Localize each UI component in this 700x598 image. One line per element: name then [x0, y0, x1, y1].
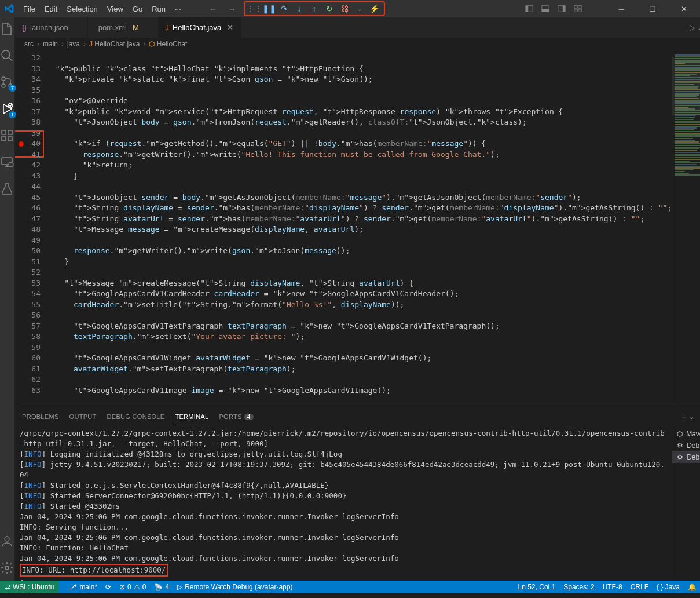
close-tab-icon[interactable]: ✕	[227, 23, 233, 32]
accounts-icon[interactable]	[0, 534, 14, 548]
debug-chevron-icon[interactable]: ⌄	[355, 4, 364, 13]
window-minimize-icon[interactable]: ─	[610, 5, 633, 13]
tab-label: HelloChat.java	[173, 23, 222, 32]
remote-explorer-icon[interactable]	[0, 155, 14, 169]
menu-file[interactable]: File	[19, 5, 40, 13]
file-type-icon: J	[166, 24, 169, 32]
breadcrumb[interactable]: src›main›java›J HelloChat.java›⬡ HelloCh…	[15, 38, 700, 50]
vscode-icon	[5, 4, 14, 13]
extensions-icon[interactable]	[0, 129, 14, 143]
run-debug-icon[interactable]: 1	[0, 102, 14, 116]
notifications-icon[interactable]: 🔔	[688, 583, 697, 591]
explorer-icon[interactable]	[0, 22, 14, 36]
indentation[interactable]: Spaces: 2	[563, 583, 594, 591]
line-gutter[interactable]: 3233343536373839404142434445464748495051…	[15, 50, 46, 407]
nav-forward-icon[interactable]: →	[225, 5, 239, 13]
tab-label: pom.xml	[98, 23, 127, 32]
eol[interactable]: CRLF	[631, 583, 648, 591]
svg-rect-1	[526, 6, 528, 12]
drag-handle-icon[interactable]: ⋮⋮	[250, 4, 259, 13]
svg-point-20	[9, 162, 13, 167]
tab-ports[interactable]: PORTS4	[219, 410, 253, 424]
step-out-icon[interactable]: ↑	[310, 4, 319, 13]
git-sync-icon[interactable]: ⟳	[105, 583, 111, 591]
code-editor[interactable]: "k">public "k">class "t">HelloChat "k">i…	[46, 50, 672, 407]
terminal-name: Debug: Hell…	[687, 442, 700, 450]
svg-rect-7	[578, 6, 581, 8]
step-in-icon[interactable]: ↓	[295, 4, 304, 13]
svg-rect-18	[8, 130, 12, 134]
svg-point-13	[2, 84, 5, 87]
svg-rect-15	[2, 130, 6, 134]
problems-errors[interactable]: ⊘ 0 ⚠ 0	[119, 583, 146, 591]
layout-right-icon[interactable]	[558, 5, 566, 13]
menu-view[interactable]: View	[102, 5, 128, 13]
search-icon[interactable]	[0, 49, 14, 63]
breadcrumb-item[interactable]: main	[43, 40, 58, 48]
svg-point-11	[2, 77, 5, 81]
svg-point-10	[2, 50, 10, 59]
svg-rect-16	[2, 137, 6, 141]
modified-indicator: M	[133, 23, 139, 32]
terminal-type-icon: ⚙	[677, 442, 683, 450]
svg-rect-5	[563, 6, 565, 12]
menu-more[interactable]: ···	[170, 5, 186, 13]
breadcrumb-item[interactable]: J HelloChat.java	[89, 40, 140, 48]
activity-bar: 7 1	[0, 17, 14, 581]
nav-back-icon[interactable]: ←	[206, 5, 220, 13]
layout-left-icon[interactable]	[525, 5, 533, 13]
cursor-position[interactable]: Ln 52, Col 1	[518, 583, 556, 591]
testing-icon[interactable]	[0, 182, 14, 196]
terminal-list-item[interactable]: ⚙Debug: Hell…	[672, 440, 700, 451]
layout-customize-icon[interactable]	[574, 5, 582, 13]
remote-indicator[interactable]: ⇄ WSL: Ubuntu	[0, 581, 58, 593]
step-over-icon[interactable]: ↷	[280, 4, 289, 13]
disconnect-icon[interactable]: ⛓	[340, 4, 349, 13]
language-mode[interactable]: { } Java	[657, 583, 680, 591]
terminal-list-item[interactable]: ⚙Debug: Invo…	[672, 451, 700, 463]
breadcrumb-item[interactable]: src	[24, 40, 34, 48]
status-bar: ⇄ WSL: Ubuntu ⎇ main* ⟳ ⊘ 0 ⚠ 0 📡 4 ▷ Re…	[0, 581, 700, 593]
debug-status[interactable]: ▷ Remote Watch Debug (avatar-app)	[177, 583, 292, 591]
debug-toolbar: ⋮⋮ ❚❚ ↷ ↓ ↑ ↻ ⛓ ⌄ ⚡	[244, 1, 385, 16]
tab-debug-console[interactable]: DEBUG CONSOLE	[107, 410, 165, 424]
window-close-icon[interactable]: ✕	[672, 5, 695, 13]
terminal-list-item[interactable]: ⬡Maven-avat…	[672, 428, 700, 440]
menu-go[interactable]: Go	[128, 5, 147, 13]
breadcrumb-item[interactable]: ⬡ HelloChat	[149, 40, 187, 48]
editor-tab[interactable]: JHelloChat.java✕	[159, 17, 241, 38]
svg-rect-3	[542, 9, 549, 12]
window-maximize-icon[interactable]: ☐	[641, 5, 664, 13]
encoding[interactable]: UTF-8	[603, 583, 622, 591]
menu-run[interactable]: Run	[147, 5, 170, 13]
layout-bottom-icon[interactable]	[541, 5, 549, 13]
tab-terminal[interactable]: TERMINAL	[175, 410, 208, 424]
editor-tab[interactable]: pom.xmlM✕	[88, 17, 159, 38]
new-terminal-icon[interactable]: ＋ ⌄	[681, 413, 694, 421]
ports-forward[interactable]: 📡 4	[154, 583, 169, 591]
tab-problems[interactable]: PROBLEMS	[22, 410, 59, 424]
editor-area: {}launch.json✕pom.xmlM✕JHelloChat.java✕ …	[15, 17, 700, 581]
pause-icon[interactable]: ❚❚	[265, 4, 274, 13]
terminal-output[interactable]: /grpc/grpc-context/1.27.2/grpc-context-1…	[15, 426, 672, 581]
restart-icon[interactable]: ↻	[325, 4, 334, 13]
terminal-type-icon: ⚙	[677, 453, 683, 461]
minimap[interactable]	[672, 50, 700, 407]
settings-icon[interactable]	[0, 561, 14, 575]
menu-selection[interactable]: Selection	[62, 5, 102, 13]
panel-tabs: PROBLEMS OUTPUT DEBUG CONSOLE TERMINAL P…	[15, 407, 700, 426]
menu-edit[interactable]: Edit	[40, 5, 62, 13]
tab-output[interactable]: OUTPUT	[69, 410, 97, 424]
source-control-icon[interactable]: 7	[0, 75, 14, 89]
terminal-list: ⬡Maven-avat…⚙Debug: Hell…⚙Debug: Invo…	[672, 426, 700, 581]
titlebar: File Edit Selection View Go Run ··· ← → …	[0, 0, 700, 17]
editor-tab[interactable]: {}launch.json✕	[15, 17, 88, 38]
svg-point-22	[5, 566, 9, 570]
hot-reload-icon[interactable]: ⚡	[370, 4, 379, 13]
svg-rect-6	[574, 6, 577, 8]
run-dropdown-icon[interactable]: ▷ ⌄	[690, 23, 700, 32]
svg-rect-8	[574, 9, 577, 12]
editor-tabs: {}launch.json✕pom.xmlM✕JHelloChat.java✕ …	[15, 17, 700, 38]
breadcrumb-item[interactable]: java	[67, 40, 80, 48]
git-branch[interactable]: ⎇ main*	[69, 583, 97, 591]
